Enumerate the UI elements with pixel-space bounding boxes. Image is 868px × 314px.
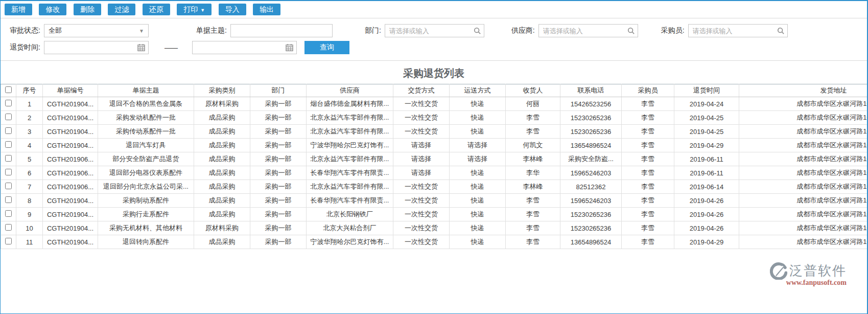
table-cell-link[interactable]: 李雪 [622,180,674,194]
table-cell-link[interactable]: 采购制动系配件 [98,194,194,208]
modify-button[interactable]: 修改 [39,4,66,15]
table-cell-link[interactable]: 北京长阳钢铁厂 [307,208,393,221]
table-cell: 9 [16,208,43,221]
table-cell-link[interactable]: CGTH201904... [43,194,98,208]
department-input[interactable] [385,24,484,37]
return-time-to-input[interactable] [192,41,297,54]
return-time-from-input[interactable] [44,41,149,54]
search-button[interactable]: 查询 [304,41,349,54]
return-time-label: 退货时间: [1,43,40,52]
row-checkbox[interactable] [5,238,12,244]
print-button[interactable]: 打印▼ [177,4,212,15]
table-cell-link[interactable]: 北京永益汽车零部件有限... [307,125,393,139]
column-header: 单据编号 [43,84,98,97]
calendar-icon[interactable] [137,44,145,52]
table-cell-link[interactable]: CGTH201904... [43,111,98,125]
column-header: 采购类别 [194,84,250,97]
import-button[interactable]: 导入 [219,4,246,15]
table-cell: 2019-04-25 [674,111,739,125]
table-cell: 快递 [450,166,506,180]
page-title: 采购退货列表 [1,66,867,80]
date-range-separator: —— [163,43,178,52]
table-cell: 采购一部 [250,111,307,125]
table-cell-link[interactable]: 李雪 [622,111,674,125]
table-row: 7CGTH201906...退回部分向北京永益公司采...成品采购采购一部北京永… [1,180,867,194]
table-cell-link[interactable]: CGTH201906... [43,152,98,166]
table-cell-link[interactable]: 李雪 [622,235,674,249]
calendar-icon[interactable] [286,44,293,52]
table-cell-link[interactable]: 烟台盛伟德金属材料有限... [307,97,393,111]
doc-subject-input[interactable] [230,24,333,37]
row-checkbox[interactable] [5,196,12,203]
table-cell-link[interactable]: CGTH201904... [43,125,98,139]
table-cell-link[interactable]: CGTH201904... [43,235,98,249]
table-cell-link[interactable]: 李雪 [622,97,674,111]
table-cell-link[interactable]: 北京大兴粘合剂厂 [307,221,393,235]
table-cell-link[interactable]: CGTH201906... [43,166,98,180]
table-cell-link[interactable]: 李雪 [622,208,674,221]
table-cell: 采购一部 [250,235,307,249]
table-cell-link[interactable]: 退回汽车灯具 [98,139,194,152]
supplier-input[interactable] [538,24,638,37]
table-cell: 一次性交货 [393,235,450,249]
row-checkbox[interactable] [5,183,12,189]
table-cell: 成都市成华区水碾河路10 [739,166,867,180]
approval-status-select[interactable]: 全部 ▼ [44,24,149,37]
table-cell-link[interactable]: 采购行走系配件 [98,208,194,221]
table-cell-link[interactable]: CGTH201904... [43,97,98,111]
restore-button[interactable]: 还原 [143,4,170,15]
table-cell-link[interactable]: 长春华翔汽车零件有限责... [307,194,393,208]
add-button[interactable]: 新增 [5,4,32,15]
row-checkbox[interactable] [5,224,12,231]
table-cell-link[interactable]: 退回部分电器仪表系配件 [98,166,194,180]
table-cell-link[interactable]: 宁波华翔哈尔巴克灯饰有... [307,235,393,249]
delete-button[interactable]: 删除 [74,4,101,15]
table-cell-link[interactable]: 退回不合格的黑色金属条 [98,97,194,111]
table-cell-link[interactable]: 李雪 [622,125,674,139]
table-cell: 2 [16,111,43,125]
table-cell-link[interactable]: 北京永益汽车零部件有限... [307,111,393,125]
table-cell-link[interactable]: CGTH201904... [43,139,98,152]
table-cell-link[interactable]: 部分安全防盗产品退货 [98,152,194,166]
table-cell: 何丽 [506,97,560,111]
search-icon[interactable] [627,27,635,34]
table-cell-link[interactable]: 退回部分向北京永益公司采... [98,180,194,194]
table-cell-link[interactable]: CGTH201904... [43,208,98,221]
row-checkbox[interactable] [5,210,12,217]
table-cell-link[interactable]: CGTH201906... [43,180,98,194]
table-cell-link[interactable]: 李雪 [622,166,674,180]
row-checkbox[interactable] [5,127,12,134]
table-cell-link[interactable]: 北京永益汽车零部件有限... [307,152,393,166]
row-checkbox[interactable] [5,114,12,120]
row-checkbox[interactable] [5,169,12,175]
table-cell-link[interactable]: 退回转向系配件 [98,235,194,249]
table-cell-link[interactable]: 李雪 [622,152,674,166]
table-cell-link[interactable]: 长春华翔汽车零件有限责... [307,166,393,180]
table-cell-link[interactable]: 采购发动机配件一批 [98,111,194,125]
table-cell: 李林峰 [506,180,560,194]
table-cell: 成都市成华区水碾河路10 [739,235,867,249]
table-cell: 成品采购 [194,235,250,249]
table-cell-link[interactable]: 采购传动系配件一批 [98,125,194,139]
search-icon[interactable] [777,27,784,34]
filter-button[interactable]: 过滤 [108,4,135,15]
row-select-cell [1,139,16,152]
table-cell-link[interactable]: 采购无机材料、其他材料 [98,221,194,235]
table-cell: 15230265236 [560,208,622,221]
table-cell-link[interactable]: 李雪 [622,221,674,235]
table-cell: 2019-04-26 [674,208,739,221]
export-button[interactable]: 输出 [253,4,280,15]
table-cell-link[interactable]: 北京永益汽车零部件有限... [307,180,393,194]
table-cell: 成都市成华区水碾河路10 [739,139,867,152]
select-all-checkbox[interactable] [5,86,12,93]
table-cell-link[interactable]: CGTH201904... [43,221,98,235]
row-checkbox[interactable] [5,100,12,106]
search-icon[interactable] [474,27,481,34]
table-cell-link[interactable]: 李雪 [622,139,674,152]
table-cell-link[interactable]: 宁波华翔哈尔巴克灯饰有... [307,139,393,152]
table-cell-link[interactable]: 李雪 [622,194,674,208]
row-checkbox[interactable] [5,155,12,162]
purchaser-input[interactable] [688,24,788,37]
row-checkbox[interactable] [5,141,12,148]
caret-down-icon: ▼ [139,28,144,34]
